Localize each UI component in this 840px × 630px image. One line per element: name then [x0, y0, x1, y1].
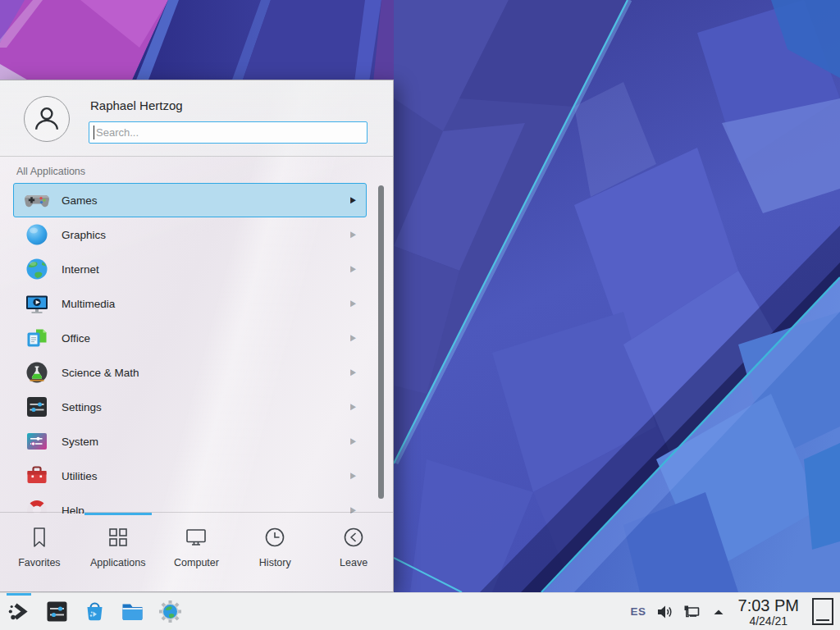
discover-launcher[interactable]: [75, 593, 113, 630]
chevron-right-icon: ▶: [350, 402, 356, 412]
menu-item-utilities[interactable]: Utilities ▶: [13, 459, 367, 493]
category-list: Games ▶ Graphics ▶: [0, 183, 393, 514]
utilities-toolbox-icon: [24, 463, 50, 489]
menu-item-games[interactable]: Games ▶: [13, 183, 367, 217]
multimedia-monitor-icon: [24, 290, 50, 317]
user-avatar[interactable]: [24, 96, 70, 142]
menu-item-internet[interactable]: Internet ▶: [13, 252, 367, 286]
chevron-right-icon: ▶: [350, 230, 356, 240]
tab-computer[interactable]: Computer: [158, 513, 236, 591]
clock-date: 4/24/21: [749, 615, 788, 627]
science-flask-icon: [24, 359, 50, 386]
chevron-right-icon: ▶: [350, 264, 356, 274]
section-label: All Applications: [16, 166, 85, 177]
tab-applications[interactable]: Applications: [79, 513, 158, 591]
computer-monitor-icon: [184, 525, 208, 550]
dolphin-folder-icon: [120, 599, 145, 624]
graphics-sphere-icon: [24, 221, 50, 248]
history-clock-icon: [262, 525, 287, 550]
dolphin-launcher[interactable]: [113, 593, 151, 630]
leave-back-icon: [341, 525, 366, 550]
tray-expand-caret-icon[interactable]: [710, 603, 728, 621]
menu-item-graphics[interactable]: Graphics ▶: [13, 217, 367, 252]
text-caret: [94, 126, 94, 139]
konqueror-globe-icon: [158, 599, 183, 624]
tab-leave[interactable]: Leave: [314, 513, 393, 591]
tab-favorites[interactable]: Favorites: [0, 513, 79, 591]
clock-time: 7:03 PM: [738, 597, 799, 614]
konqueror-launcher[interactable]: [151, 593, 189, 630]
menu-item-system[interactable]: System ▶: [13, 424, 367, 459]
user-name: Raphael Hertzog: [90, 98, 183, 112]
system-settings-icon: [44, 599, 70, 624]
volume-icon[interactable]: [655, 603, 673, 621]
system-settings-launcher[interactable]: [38, 593, 75, 630]
user-icon: [29, 101, 65, 137]
search-input[interactable]: [89, 121, 368, 144]
menu-item-science-math[interactable]: Science & Math ▶: [13, 355, 367, 390]
office-documents-icon: [24, 325, 50, 351]
chevron-right-icon: ▶: [350, 195, 356, 205]
application-launcher: Raphael Hertzog All Applications: [0, 80, 394, 592]
gamepad-icon: [24, 187, 50, 213]
kickoff-launcher-icon: [7, 599, 32, 624]
kickoff-launcher-button[interactable]: [0, 593, 38, 630]
bookmark-icon: [27, 525, 52, 550]
discover-icon: [82, 599, 107, 624]
desktop[interactable]: Raphael Hertzog All Applications: [0, 0, 840, 630]
chevron-right-icon: ▶: [350, 333, 356, 343]
chevron-right-icon: ▶: [350, 471, 356, 481]
scrollbar-thumb[interactable]: [378, 185, 384, 499]
menu-item-settings[interactable]: Settings ▶: [13, 390, 367, 424]
digital-clock[interactable]: 7:03 PM 4/24/21: [738, 597, 799, 627]
tab-history[interactable]: History: [235, 513, 314, 591]
chevron-right-icon: ▶: [350, 368, 356, 377]
chevron-right-icon: ▶: [350, 436, 356, 446]
launcher-header: Raphael Hertzog: [0, 80, 393, 157]
network-icon[interactable]: [682, 603, 701, 621]
settings-sliders-icon: [24, 394, 50, 420]
taskbar: ES 7:03 PM: [0, 592, 840, 630]
help-lifebuoy-icon: [24, 497, 50, 514]
app-grid-icon: [106, 525, 130, 550]
system-sliders-icon: [24, 428, 50, 454]
show-desktop-button[interactable]: [812, 598, 833, 625]
system-tray: ES 7:03 PM: [631, 597, 840, 627]
menu-item-help[interactable]: Help ▶: [13, 493, 367, 514]
chevron-right-icon: ▶: [350, 299, 356, 308]
launcher-tab-bar: Favorites Applications: [0, 512, 393, 591]
menu-item-multimedia[interactable]: Multimedia ▶: [13, 286, 367, 321]
globe-icon: [24, 256, 50, 282]
keyboard-layout-indicator[interactable]: ES: [631, 605, 646, 618]
menu-item-office[interactable]: Office ▶: [13, 321, 367, 355]
